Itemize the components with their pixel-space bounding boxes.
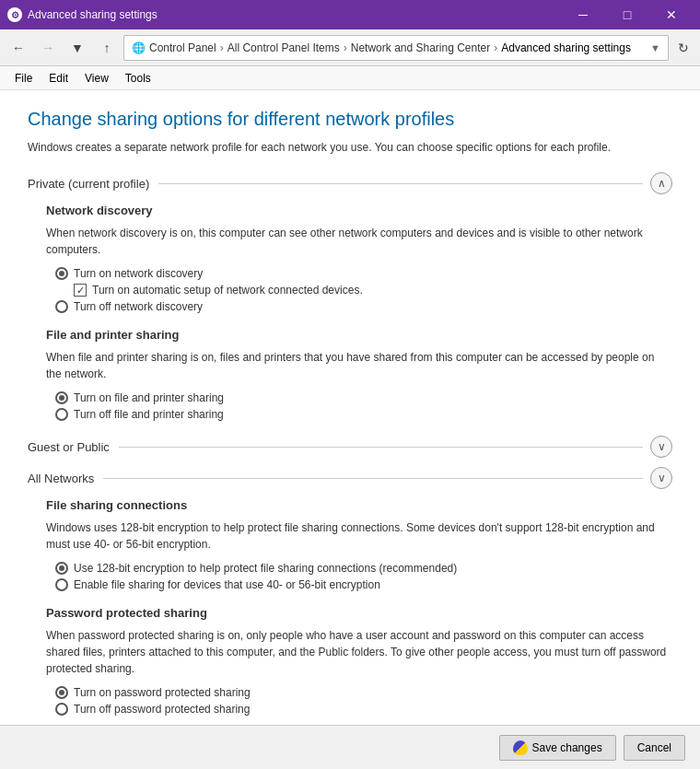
minimize-button[interactable]: ─ [562, 0, 604, 29]
subsection-title-file-sharing-conn: File sharing connections [46, 498, 672, 512]
radio-input-turn-on-file-sharing[interactable] [55, 391, 68, 404]
radio-group-network-discovery: Turn on network discovery ✓ Turn on auto… [55, 267, 672, 313]
radio-40-56bit-encryption[interactable]: Enable file sharing for devices that use… [55, 578, 672, 591]
section-label-private: Private (current profile) [28, 177, 149, 191]
radio-input-turn-off-discovery[interactable] [55, 300, 68, 313]
refresh-button[interactable]: ↻ [672, 37, 694, 59]
menu-edit[interactable]: Edit [41, 70, 76, 87]
section-divider-private [158, 183, 643, 184]
radio-turn-off-network-discovery[interactable]: Turn off network discovery [55, 300, 672, 313]
main-content: Change sharing options for different net… [0, 90, 700, 725]
subsection-title-password-protected: Password protected sharing [46, 606, 672, 620]
subsection-desc-file-printer: When file and printer sharing is on, fil… [46, 349, 672, 382]
subsection-desc-file-sharing-conn: Windows uses 128-bit encryption to help … [46, 519, 672, 553]
breadcrumb: 🌐 Control Panel › All Control Panel Item… [123, 35, 669, 61]
radio-group-file-printer: Turn on file and printer sharing Turn of… [55, 391, 672, 421]
radio-label-turn-on-password: Turn on password protected sharing [74, 686, 251, 699]
bottom-bar: Save changes Cancel [0, 725, 700, 769]
radio-turn-off-file-sharing[interactable]: Turn off file and printer sharing [55, 408, 672, 421]
radio-turn-on-file-sharing[interactable]: Turn on file and printer sharing [55, 391, 672, 404]
breadcrumb-advanced-sharing: Advanced sharing settings [501, 41, 631, 54]
radio-group-password-protected: Turn on password protected sharing Turn … [55, 686, 672, 716]
radio-turn-on-network-discovery[interactable]: Turn on network discovery [55, 267, 672, 280]
section-label-guest: Guest or Public [28, 440, 110, 454]
radio-input-turn-off-password[interactable] [55, 703, 68, 716]
checkbox-input-auto-setup[interactable]: ✓ [74, 284, 87, 297]
radio-turn-off-password-sharing[interactable]: Turn off password protected sharing [55, 703, 672, 716]
radio-input-turn-on-discovery[interactable] [55, 267, 68, 280]
window-controls: ─ □ ✕ [562, 0, 693, 29]
address-bar: ← → ▼ ↑ 🌐 Control Panel › All Control Pa… [0, 29, 700, 66]
section-toggle-all-networks[interactable]: ∨ [650, 467, 672, 489]
app-icon: ⚙ [7, 7, 22, 22]
radio-label-turn-off-password: Turn off password protected sharing [74, 703, 250, 716]
breadcrumb-all-items[interactable]: All Control Panel Items [228, 41, 340, 54]
section-divider-all-networks [103, 478, 643, 479]
page-title: Change sharing options for different net… [28, 109, 672, 130]
breadcrumb-globe-icon: 🌐 [132, 41, 146, 54]
radio-input-40-56bit[interactable] [55, 578, 68, 591]
radio-label-turn-off-discovery: Turn off network discovery [74, 300, 203, 313]
checkbox-auto-setup[interactable]: ✓ Turn on automatic setup of network con… [74, 284, 672, 297]
radio-label-128bit: Use 128-bit encryption to help protect f… [74, 562, 457, 575]
save-changes-button[interactable]: Save changes [499, 735, 616, 761]
subsection-desc-network-discovery: When network discovery is on, this compu… [46, 225, 672, 258]
maximize-button[interactable]: □ [606, 0, 648, 29]
section-content-private: Network discovery When network discovery… [28, 204, 672, 421]
section-header-guest[interactable]: Guest or Public ∨ [28, 436, 672, 458]
section-toggle-guest[interactable]: ∨ [650, 436, 672, 458]
section-toggle-private[interactable]: ∧ [650, 172, 672, 194]
save-label: Save changes [532, 741, 602, 754]
radio-label-turn-off-file-sharing: Turn off file and printer sharing [74, 408, 224, 421]
subsection-network-discovery: Network discovery When network discovery… [46, 204, 672, 313]
page-description: Windows creates a separate network profi… [28, 139, 672, 156]
shield-icon [513, 740, 528, 755]
forward-button[interactable]: → [35, 35, 61, 61]
menu-file[interactable]: File [7, 70, 40, 87]
window-title: Advanced sharing settings [28, 8, 562, 21]
section-header-all-networks[interactable]: All Networks ∨ [28, 467, 672, 489]
section-content-all-networks: File sharing connections Windows uses 12… [28, 498, 672, 716]
radio-input-turn-off-file-sharing[interactable] [55, 408, 68, 421]
close-button[interactable]: ✕ [650, 0, 693, 29]
subsection-file-sharing-connections: File sharing connections Windows uses 12… [46, 498, 672, 591]
radio-label-turn-on-discovery: Turn on network discovery [74, 267, 203, 280]
section-divider-guest [119, 447, 643, 448]
section-header-private[interactable]: Private (current profile) ∧ [28, 172, 672, 194]
subsection-file-printer-sharing: File and printer sharing When file and p… [46, 328, 672, 421]
subsection-password-protected: Password protected sharing When password… [46, 606, 672, 716]
subsection-desc-password-protected: When password protected sharing is on, o… [46, 627, 672, 677]
radio-128bit-encryption[interactable]: Use 128-bit encryption to help protect f… [55, 562, 672, 575]
radio-turn-on-password-sharing[interactable]: Turn on password protected sharing [55, 686, 672, 699]
checkbox-label-auto-setup: Turn on automatic setup of network conne… [92, 284, 363, 297]
cancel-button[interactable]: Cancel [624, 735, 685, 761]
subsection-title-network-discovery: Network discovery [46, 204, 672, 217]
title-bar: ⚙ Advanced sharing settings ─ □ ✕ [0, 0, 700, 29]
up-button[interactable]: ↑ [94, 35, 120, 61]
back-button[interactable]: ← [6, 35, 31, 61]
radio-input-turn-on-password[interactable] [55, 686, 68, 699]
breadcrumb-control-panel[interactable]: Control Panel [149, 41, 216, 54]
breadcrumb-network-sharing[interactable]: Network and Sharing Center [351, 41, 490, 54]
subsection-title-file-printer: File and printer sharing [46, 328, 672, 342]
breadcrumb-chevron[interactable]: ▼ [650, 42, 660, 53]
section-label-all-networks: All Networks [28, 472, 94, 485]
radio-input-128bit[interactable] [55, 562, 68, 575]
radio-group-file-sharing-conn: Use 128-bit encryption to help protect f… [55, 562, 672, 591]
radio-label-turn-on-file-sharing: Turn on file and printer sharing [74, 391, 224, 404]
radio-label-40-56bit: Enable file sharing for devices that use… [74, 578, 380, 591]
menu-view[interactable]: View [77, 70, 116, 87]
menu-bar: File Edit View Tools [0, 66, 700, 90]
menu-tools[interactable]: Tools [118, 70, 158, 87]
dropdown-button[interactable]: ▼ [64, 35, 90, 61]
